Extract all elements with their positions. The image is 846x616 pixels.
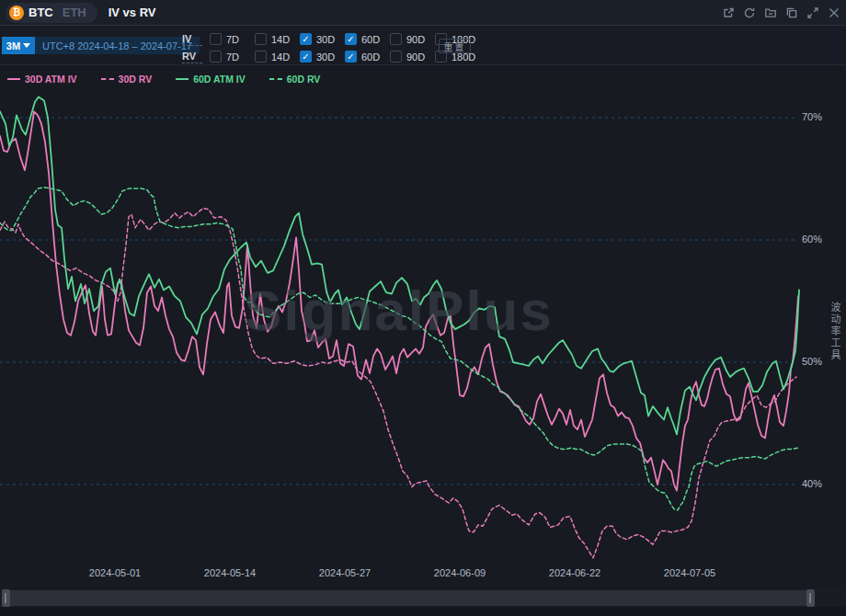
x-axis-tick: 2024-05-01 [89, 567, 141, 578]
scrollbar-left-handle[interactable] [2, 589, 10, 607]
tenor-label: 30D [316, 51, 337, 63]
tenor-label: 30D [316, 34, 337, 45]
x-axis-tick: 2024-05-14 [204, 567, 256, 578]
range-dropdown[interactable]: 3M [2, 37, 35, 54]
checkbox-checked-icon: ✓ [345, 33, 357, 45]
rv-60d-checkbox[interactable]: ✓60D [345, 51, 382, 63]
top-bar: ₿ BTC ETH IV vs RV [0, 0, 846, 26]
bitcoin-icon: ₿ [9, 6, 24, 20]
iv-vs-rv-panel: SignalPlus 波动率工具 70%60%50%40%2024-05-012… [0, 0, 846, 616]
tenor-label: 60D [361, 34, 382, 45]
reset-button[interactable]: 重置 [439, 39, 471, 53]
legend-label: 30D RV [119, 74, 153, 85]
iv-30d-checkbox[interactable]: ✓30D [300, 33, 337, 45]
series-30d-rv [0, 208, 796, 557]
legend-item-30d-rv[interactable]: 30D RV [101, 74, 153, 85]
y-axis-tick: 60% [802, 234, 822, 245]
checkbox-icon [390, 33, 402, 45]
scrollbar-right-handle[interactable] [806, 589, 815, 607]
y-axis-tick: 50% [802, 356, 822, 367]
date-range-display: UTC+8 2024-04-18 – 2024-07-17 [35, 37, 200, 54]
btc-label: BTC [29, 6, 53, 19]
checkbox-icon [210, 33, 222, 45]
tenor-label: 7D [226, 34, 246, 45]
legend-label: 30D ATM IV [25, 74, 77, 85]
series-60d-atm-iv [0, 97, 799, 434]
rv-14d-checkbox[interactable]: 14D [255, 51, 292, 63]
legend-label: 60D RV [287, 74, 321, 85]
x-axis-tick: 2024-07-05 [664, 567, 715, 578]
x-axis-tick: 2024-06-09 [434, 567, 486, 578]
close-icon[interactable] [828, 6, 840, 19]
x-axis-tick: 2024-06-22 [549, 567, 600, 578]
checkbox-checked-icon: ✓ [345, 51, 357, 63]
copy-icon[interactable] [785, 6, 798, 19]
tenor-label: 14D [271, 34, 292, 45]
dashed-line-swatch [101, 78, 114, 80]
checkbox-icon [210, 51, 222, 63]
checkbox-checked-icon: ✓ [300, 33, 312, 45]
iv-rv-chart[interactable] [0, 0, 846, 593]
rv-row-label[interactable]: RV [182, 50, 202, 63]
dashed-line-swatch [269, 78, 282, 80]
asset-switcher: ₿ BTC ETH [6, 3, 97, 23]
checkbox-checked-icon: ✓ [300, 51, 312, 63]
y-axis-tick: 70% [802, 111, 822, 122]
x-axis-tick: 2024-05-27 [319, 567, 371, 578]
iv-14d-checkbox[interactable]: 14D [255, 33, 292, 45]
tenor-label: 90D [406, 51, 427, 63]
y-axis-tick: 40% [802, 478, 822, 489]
legend-item-60d-rv[interactable]: 60D RV [269, 74, 321, 85]
chart-toolbar: 3M UTC+8 2024-04-18 – 2024-07-17 IV7D14D… [0, 27, 846, 65]
legend-label: 60D ATM IV [193, 74, 246, 85]
series-30d-atm-iv [0, 111, 798, 490]
solid-line-swatch [7, 78, 20, 80]
tenor-label: 60D [361, 51, 382, 63]
chevron-down-icon [23, 43, 30, 48]
checkbox-icon [390, 51, 402, 63]
legend-item-60d-atm-iv[interactable]: 60D ATM IV [176, 74, 246, 85]
range-value: 3M [6, 40, 20, 51]
window-actions [722, 6, 840, 19]
solid-line-swatch [176, 78, 189, 80]
rv-90d-checkbox[interactable]: 90D [390, 51, 427, 63]
export-icon[interactable] [722, 6, 735, 19]
checkbox-icon [255, 51, 267, 63]
chart-legend: 30D ATM IV30D RV60D ATM IV60D RV [7, 74, 320, 85]
iv-60d-checkbox[interactable]: ✓60D [345, 33, 382, 45]
tab-eth[interactable]: ETH [63, 6, 86, 19]
expand-icon[interactable] [806, 6, 819, 19]
tab-btc[interactable]: ₿ BTC [9, 6, 53, 20]
tenor-label: 7D [226, 51, 246, 63]
horizontal-scrollbar[interactable] [2, 590, 815, 606]
rv-7d-checkbox[interactable]: 7D [210, 51, 246, 63]
scrollbar-zone [0, 589, 846, 607]
bottom-strip [0, 607, 846, 616]
tenor-label: 90D [406, 34, 427, 45]
rv-30d-checkbox[interactable]: ✓30D [300, 51, 337, 63]
checkbox-icon [255, 33, 267, 45]
folder-minus-icon[interactable] [764, 6, 777, 19]
page-title: IV vs RV [109, 6, 156, 19]
legend-item-30d-atm-iv[interactable]: 30D ATM IV [7, 74, 77, 85]
iv-7d-checkbox[interactable]: 7D [210, 33, 246, 45]
volatility-tools-vertical-label: 波动率工具 [828, 302, 842, 361]
iv-90d-checkbox[interactable]: 90D [390, 33, 427, 45]
iv-row-label[interactable]: IV [182, 32, 202, 46]
refresh-icon[interactable] [743, 6, 756, 19]
tenor-label: 14D [271, 51, 292, 63]
